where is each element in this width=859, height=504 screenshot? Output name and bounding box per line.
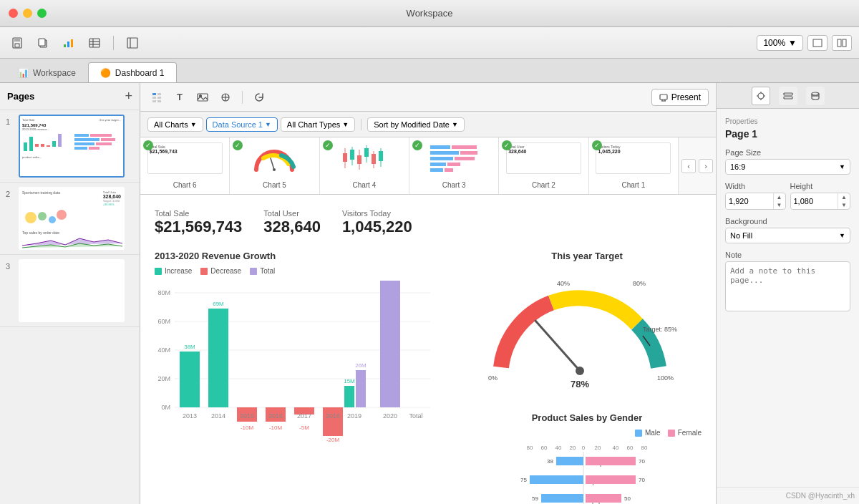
svg-text:0%: 0%	[488, 374, 498, 382]
chart-card-1[interactable]: ✓ Visitors Today 1,045,220 Chart 1	[589, 137, 679, 194]
layers-tab-button[interactable]	[779, 87, 797, 105]
minimize-button[interactable]	[23, 9, 32, 18]
layout-single-button[interactable]	[807, 35, 828, 51]
chart-card-3[interactable]: ✓	[409, 137, 499, 194]
page-item-2[interactable]: 2 Sportsmen training data Total Units 32…	[0, 183, 140, 255]
svg-text:2017: 2017	[297, 412, 311, 420]
legend-increase: Increase	[155, 267, 192, 275]
svg-line-51	[271, 158, 274, 170]
data-source-filter[interactable]: Data Source 1 ▼	[206, 117, 278, 132]
chart-types-filter[interactable]: All Chart Types ▼	[281, 117, 355, 132]
pages-title: Pages	[7, 91, 34, 102]
maximize-button[interactable]	[37, 9, 47, 18]
chart-card-4[interactable]: ✓	[320, 137, 409, 194]
all-charts-filter[interactable]: All Charts ▼	[147, 117, 203, 132]
tab-dashboard1[interactable]: 🟠 Dashboard 1	[88, 62, 177, 82]
legend-increase-color	[155, 268, 162, 275]
legend-decrease-color	[200, 268, 208, 275]
select-tool-button[interactable]	[147, 88, 166, 107]
svg-point-151	[758, 93, 764, 99]
legend-male: Male	[635, 429, 661, 437]
svg-text:Total: Total	[409, 412, 422, 420]
properties-section-label: Properties	[725, 117, 850, 125]
chart-card-5[interactable]: ✓ Chart 5	[230, 137, 319, 194]
svg-text:69M: 69M	[213, 301, 224, 307]
page-item-3[interactable]: 3	[0, 255, 140, 327]
width-label: Width	[725, 182, 786, 190]
text-tool-button[interactable]: T	[170, 88, 189, 107]
charts-filter-bar: All Charts ▼ Data Source 1 ▼ All Chart T…	[140, 112, 716, 137]
svg-rect-12	[127, 38, 137, 48]
kpi-total-sale-value: $21,569,743	[155, 218, 242, 236]
sort-filter[interactable]: Sort by Modified Date ▼	[367, 117, 465, 132]
tab-workspace[interactable]: 📊 Workspace	[6, 62, 88, 82]
note-textarea[interactable]	[725, 261, 850, 311]
charts-prev-button[interactable]: ‹	[681, 159, 696, 173]
chart-card-2[interactable]: ✓ Total User 328,640 Chart 2	[499, 137, 588, 194]
svg-rect-58	[357, 155, 361, 164]
window-toggle-button[interactable]	[122, 33, 142, 53]
svg-rect-54	[343, 153, 347, 162]
charts-next-button[interactable]: ›	[699, 159, 713, 173]
workspace-tab-label: Workspace	[33, 68, 76, 78]
background-row: Background No Fill ▼	[725, 217, 850, 243]
height-input[interactable]: 1,080	[791, 193, 838, 209]
legend-decrease-label: Decrease	[210, 267, 241, 275]
svg-text:-20M: -20M	[326, 437, 340, 443]
svg-text:40M: 40M	[157, 346, 170, 354]
svg-rect-31	[89, 147, 100, 150]
properties-tab-button[interactable]	[752, 87, 770, 105]
height-up-arrow[interactable]: ▲	[840, 193, 848, 201]
svg-text:60M: 60M	[157, 318, 170, 325]
height-down-arrow[interactable]: ▼	[840, 201, 848, 209]
save-button[interactable]	[7, 33, 27, 53]
svg-rect-64	[379, 151, 383, 161]
width-up-arrow[interactable]: ▲	[775, 193, 784, 201]
layout-split-button[interactable]	[832, 35, 852, 51]
table-button[interactable]	[84, 33, 105, 53]
background-select[interactable]: No Fill ▼	[725, 228, 850, 243]
svg-text:2020: 2020	[383, 412, 397, 420]
refresh-button[interactable]	[250, 88, 268, 107]
svg-text:40: 40	[555, 445, 562, 451]
svg-rect-30	[96, 142, 112, 145]
page-size-select[interactable]: 16:9 ▼	[725, 159, 850, 175]
data-tab-button[interactable]	[806, 87, 825, 105]
legend-female-color	[668, 430, 675, 437]
dashboard-charts: 2013-2020 Revenue Growth Increase Decrea…	[155, 251, 702, 504]
page-size-row: Page Size 16:9 ▼	[725, 148, 850, 175]
legend-female: Female	[668, 429, 702, 437]
add-page-button[interactable]: +	[125, 89, 132, 104]
svg-rect-42	[198, 94, 208, 101]
chart-button[interactable]	[59, 33, 79, 53]
shape-tool-button[interactable]	[216, 88, 235, 107]
image-tool-button[interactable]	[193, 88, 212, 107]
legend-total-color	[250, 268, 257, 275]
svg-rect-21	[47, 145, 50, 147]
app-title: Workspace	[407, 8, 453, 19]
svg-rect-26	[74, 142, 94, 145]
legend-increase-label: Increase	[165, 267, 192, 275]
copy-button[interactable]	[33, 33, 53, 53]
svg-text:90M: 90M	[384, 283, 396, 289]
close-button[interactable]	[9, 9, 18, 18]
svg-rect-156	[784, 93, 792, 95]
svg-text:2016: 2016	[268, 412, 283, 420]
svg-rect-29	[101, 138, 115, 141]
chart-card-6[interactable]: ✓ Total Sale $21,569,743 Chart 6	[140, 137, 230, 194]
kpi-total-sale-label: Total Sale	[155, 209, 242, 218]
kpi-visitors-label: Visitors Today	[342, 209, 412, 218]
zoom-selector[interactable]: 100% ▼	[757, 35, 803, 51]
width-input[interactable]: 1,920	[726, 193, 773, 209]
svg-text:40%: 40%	[557, 280, 570, 287]
present-button[interactable]: Present	[651, 89, 709, 106]
note-label: Note	[725, 251, 850, 259]
svg-rect-70	[455, 157, 475, 160]
svg-rect-97	[344, 386, 354, 407]
legend-female-label: Female	[678, 429, 702, 437]
width-down-arrow[interactable]: ▼	[775, 201, 784, 209]
page-item-1[interactable]: 1 Total Sale this year target... $21,569…	[0, 110, 140, 183]
svg-rect-28	[90, 134, 112, 137]
properties-content: Properties Page 1 Page Size 16:9 ▼ Width…	[717, 109, 859, 487]
svg-rect-137	[586, 457, 636, 465]
